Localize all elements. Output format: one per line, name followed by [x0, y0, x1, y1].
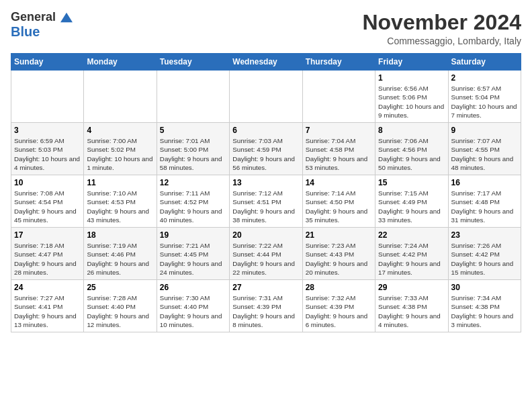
day-number: 15	[378, 178, 445, 187]
day-number: 4	[87, 126, 153, 135]
day-cell: 9Sunrise: 7:07 AM Sunset: 4:55 PM Daylig…	[448, 123, 521, 175]
day-cell: 6Sunrise: 7:03 AM Sunset: 4:59 PM Daylig…	[230, 123, 302, 175]
day-number: 16	[451, 178, 518, 187]
day-info: Sunrise: 7:21 AM Sunset: 4:45 PM Dayligh…	[160, 241, 226, 277]
page-header: General Blue November 2024 Commessaggio,…	[11, 11, 521, 46]
days-header-row: SundayMondayTuesdayWednesdayThursdayFrid…	[11, 54, 521, 71]
day-number: 6	[232, 126, 299, 135]
day-info: Sunrise: 7:33 AM Sunset: 4:38 PM Dayligh…	[378, 293, 445, 329]
day-cell: 12Sunrise: 7:11 AM Sunset: 4:52 PM Dayli…	[157, 175, 229, 228]
day-number: 12	[160, 178, 226, 187]
day-number: 21	[306, 230, 372, 240]
day-cell: 3Sunrise: 6:59 AM Sunset: 5:03 PM Daylig…	[11, 123, 84, 175]
day-cell: 4Sunrise: 7:00 AM Sunset: 5:02 PM Daylig…	[84, 123, 157, 175]
day-cell: 27Sunrise: 7:31 AM Sunset: 4:39 PM Dayli…	[230, 280, 302, 332]
calendar-header: SundayMondayTuesdayWednesdayThursdayFrid…	[11, 54, 521, 71]
day-cell: 15Sunrise: 7:15 AM Sunset: 4:49 PM Dayli…	[375, 175, 448, 228]
day-info: Sunrise: 7:26 AM Sunset: 4:42 PM Dayligh…	[451, 241, 518, 277]
day-cell: 13Sunrise: 7:12 AM Sunset: 4:51 PM Dayli…	[230, 175, 302, 228]
day-info: Sunrise: 7:04 AM Sunset: 4:58 PM Dayligh…	[306, 136, 372, 172]
day-info: Sunrise: 7:11 AM Sunset: 4:52 PM Dayligh…	[160, 189, 226, 224]
day-cell	[157, 71, 229, 123]
day-number: 5	[160, 126, 226, 135]
day-cell: 23Sunrise: 7:26 AM Sunset: 4:42 PM Dayli…	[448, 228, 521, 280]
month-title: November 2024	[362, 11, 521, 34]
day-number: 1	[378, 73, 445, 83]
day-cell	[11, 71, 84, 123]
day-number: 18	[87, 230, 153, 240]
day-cell: 26Sunrise: 7:30 AM Sunset: 4:40 PM Dayli…	[157, 280, 229, 332]
day-info: Sunrise: 7:00 AM Sunset: 5:02 PM Dayligh…	[87, 136, 153, 172]
day-of-week-saturday: Saturday	[448, 54, 521, 71]
day-info: Sunrise: 7:15 AM Sunset: 4:49 PM Dayligh…	[378, 189, 445, 224]
day-cell	[302, 71, 375, 123]
week-row-5: 24Sunrise: 7:27 AM Sunset: 4:41 PM Dayli…	[11, 280, 521, 332]
day-cell: 24Sunrise: 7:27 AM Sunset: 4:41 PM Dayli…	[11, 280, 84, 332]
day-cell: 30Sunrise: 7:34 AM Sunset: 4:38 PM Dayli…	[448, 280, 521, 332]
day-number: 14	[306, 178, 372, 187]
day-of-week-tuesday: Tuesday	[157, 54, 229, 71]
day-cell	[84, 71, 157, 123]
day-info: Sunrise: 7:17 AM Sunset: 4:48 PM Dayligh…	[451, 189, 518, 224]
logo-general: General	[11, 10, 56, 24]
day-number: 30	[451, 283, 518, 292]
day-info: Sunrise: 7:03 AM Sunset: 4:59 PM Dayligh…	[232, 136, 299, 172]
logo-blue: Blue	[11, 24, 40, 39]
day-info: Sunrise: 7:32 AM Sunset: 4:39 PM Dayligh…	[306, 293, 372, 329]
day-info: Sunrise: 7:08 AM Sunset: 4:54 PM Dayligh…	[14, 189, 81, 224]
day-cell: 25Sunrise: 7:28 AM Sunset: 4:40 PM Dayli…	[84, 280, 157, 332]
day-cell: 28Sunrise: 7:32 AM Sunset: 4:39 PM Dayli…	[302, 280, 375, 332]
day-number: 22	[378, 230, 445, 240]
calendar-body: 1Sunrise: 6:56 AM Sunset: 5:06 PM Daylig…	[11, 71, 521, 332]
day-info: Sunrise: 7:12 AM Sunset: 4:51 PM Dayligh…	[232, 189, 299, 224]
day-of-week-sunday: Sunday	[11, 54, 84, 71]
day-number: 2	[451, 73, 518, 83]
day-number: 9	[451, 126, 518, 135]
day-cell: 16Sunrise: 7:17 AM Sunset: 4:48 PM Dayli…	[448, 175, 521, 228]
day-cell: 21Sunrise: 7:23 AM Sunset: 4:43 PM Dayli…	[302, 228, 375, 280]
day-cell: 11Sunrise: 7:10 AM Sunset: 4:53 PM Dayli…	[84, 175, 157, 228]
week-row-4: 17Sunrise: 7:18 AM Sunset: 4:47 PM Dayli…	[11, 228, 521, 280]
day-info: Sunrise: 7:10 AM Sunset: 4:53 PM Dayligh…	[87, 189, 153, 224]
title-block: November 2024 Commessaggio, Lombardy, It…	[362, 11, 521, 46]
day-number: 3	[14, 126, 81, 135]
day-cell: 22Sunrise: 7:24 AM Sunset: 4:42 PM Dayli…	[375, 228, 448, 280]
day-info: Sunrise: 6:56 AM Sunset: 5:06 PM Dayligh…	[378, 84, 445, 120]
day-of-week-thursday: Thursday	[302, 54, 375, 71]
day-cell: 2Sunrise: 6:57 AM Sunset: 5:04 PM Daylig…	[448, 71, 521, 123]
day-number: 29	[378, 283, 445, 292]
day-info: Sunrise: 7:31 AM Sunset: 4:39 PM Dayligh…	[232, 293, 299, 329]
day-number: 25	[87, 283, 153, 292]
day-info: Sunrise: 7:19 AM Sunset: 4:46 PM Dayligh…	[87, 241, 153, 277]
day-number: 27	[232, 283, 299, 292]
day-number: 8	[378, 126, 445, 135]
svg-marker-0	[60, 13, 73, 22]
day-info: Sunrise: 7:06 AM Sunset: 4:56 PM Dayligh…	[378, 136, 445, 172]
logo-icon	[60, 11, 73, 24]
calendar: SundayMondayTuesdayWednesdayThursdayFrid…	[11, 53, 521, 332]
day-cell	[230, 71, 302, 123]
day-number: 20	[232, 230, 299, 240]
location: Commessaggio, Lombardy, Italy	[362, 36, 521, 46]
day-info: Sunrise: 7:22 AM Sunset: 4:44 PM Dayligh…	[232, 241, 299, 277]
day-number: 19	[160, 230, 226, 240]
day-info: Sunrise: 7:28 AM Sunset: 4:40 PM Dayligh…	[87, 293, 153, 329]
day-info: Sunrise: 7:14 AM Sunset: 4:50 PM Dayligh…	[306, 189, 372, 224]
day-info: Sunrise: 6:57 AM Sunset: 5:04 PM Dayligh…	[451, 84, 518, 120]
day-info: Sunrise: 7:30 AM Sunset: 4:40 PM Dayligh…	[160, 293, 226, 329]
day-info: Sunrise: 7:24 AM Sunset: 4:42 PM Dayligh…	[378, 241, 445, 277]
day-number: 10	[14, 178, 81, 187]
day-cell: 7Sunrise: 7:04 AM Sunset: 4:58 PM Daylig…	[302, 123, 375, 175]
day-info: Sunrise: 7:01 AM Sunset: 5:00 PM Dayligh…	[160, 136, 226, 172]
day-cell: 18Sunrise: 7:19 AM Sunset: 4:46 PM Dayli…	[84, 228, 157, 280]
day-info: Sunrise: 7:27 AM Sunset: 4:41 PM Dayligh…	[14, 293, 81, 329]
logo: General Blue	[11, 11, 73, 39]
day-cell: 20Sunrise: 7:22 AM Sunset: 4:44 PM Dayli…	[230, 228, 302, 280]
day-of-week-monday: Monday	[84, 54, 157, 71]
day-number: 23	[451, 230, 518, 240]
day-number: 13	[232, 178, 299, 187]
day-number: 24	[14, 283, 81, 292]
day-cell: 5Sunrise: 7:01 AM Sunset: 5:00 PM Daylig…	[157, 123, 229, 175]
day-cell: 17Sunrise: 7:18 AM Sunset: 4:47 PM Dayli…	[11, 228, 84, 280]
day-number: 17	[14, 230, 81, 240]
